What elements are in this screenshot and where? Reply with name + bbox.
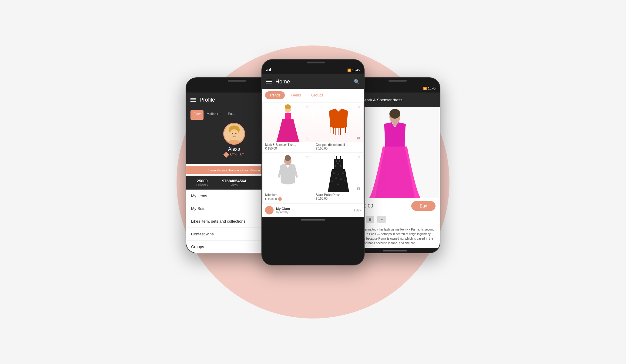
- svg-point-24: [333, 172, 335, 174]
- detail-dress-svg: [368, 107, 422, 198]
- svg-point-28: [340, 178, 342, 180]
- buy-button[interactable]: Buy: [411, 201, 436, 211]
- home-screen: Trends Feeds Groups: [262, 89, 364, 217]
- svg-point-31: [337, 184, 339, 185]
- group-time: 1 day: [354, 209, 361, 212]
- product-card-4[interactable]: ♡ ⊟ Black Polka Dress € 150.00: [313, 153, 363, 203]
- grid-icon-2[interactable]: ⊟: [366, 216, 374, 223]
- product-price-3: € 150.00: [265, 197, 277, 201]
- stat-followers: 25000 Followers: [186, 179, 218, 186]
- home-title: Home: [275, 79, 354, 85]
- search-icon[interactable]: 🔍: [354, 79, 360, 85]
- svg-point-35: [389, 109, 400, 119]
- product-info-4: Black Polka Dress € 150.00: [313, 192, 363, 202]
- svg-point-30: [344, 180, 345, 181]
- status-right-right: 📶 15:45: [423, 87, 436, 90]
- phone-bottom-center: [262, 217, 364, 223]
- share-icon[interactable]: ↗: [377, 216, 386, 223]
- svg-point-26: [342, 172, 344, 174]
- color-dot-3: [278, 197, 282, 201]
- views-label: Views: [218, 183, 250, 186]
- group-name: My Glam: [276, 207, 351, 211]
- product-color-3: € 150.00: [265, 197, 310, 201]
- status-bar-center: 📶 15:45: [262, 66, 364, 74]
- svg-point-23: [339, 165, 341, 167]
- product-info-1: Mark & Spenser T-sh... € 150.00: [263, 142, 313, 152]
- wifi-right: 📶: [423, 87, 427, 90]
- heart-btn-2[interactable]: ♡: [355, 104, 362, 111]
- group-avatar: [265, 206, 274, 214]
- top-svg-2: [325, 103, 352, 142]
- bookmark-btn-2[interactable]: ⊞: [355, 134, 362, 142]
- sweatshirt-svg-3: [274, 153, 301, 192]
- phone-home: 📶 15:45 Home 🔍 Trends Feeds Groups: [261, 59, 365, 265]
- heart-btn-1[interactable]: ♡: [304, 104, 311, 111]
- tab-trends[interactable]: Trends: [265, 91, 285, 99]
- avatar-svg: [224, 123, 244, 145]
- time-right: 15:45: [428, 87, 436, 90]
- avatar: [223, 123, 245, 145]
- svg-point-21: [337, 163, 338, 164]
- followers-value: 25000: [186, 179, 218, 183]
- camera-center: [262, 62, 265, 65]
- product-price-1: € 150.00: [265, 147, 310, 150]
- home-indicator-right: [383, 250, 407, 251]
- followers-label: Followers: [186, 183, 218, 186]
- product-card-1[interactable]: ♡ ⊞ Mark & Spenser T-sh... € 150.00: [263, 103, 313, 152]
- tab-flow[interactable]: Flow: [190, 110, 204, 120]
- svg-rect-33: [340, 156, 341, 159]
- status-left-center: [266, 68, 272, 72]
- svg-point-19: [335, 160, 337, 162]
- progress-text: Create 30 sets to become a Style Influen…: [207, 169, 261, 172]
- menu-icon-left[interactable]: [190, 98, 196, 102]
- home-tabs: Trends Feeds Groups: [262, 89, 364, 102]
- product-info-2: Cropped ribbed detail ... € 150.00: [313, 142, 363, 152]
- home-indicator-center: [301, 219, 325, 221]
- product-card-3[interactable]: ♡ Milenium € 150.00: [263, 153, 313, 203]
- heart-btn-4[interactable]: ♡: [355, 154, 362, 161]
- dress-svg-1: [276, 103, 300, 142]
- svg-point-25: [338, 174, 339, 175]
- heart-btn-3[interactable]: ♡: [304, 154, 311, 161]
- polka-svg-4: [326, 153, 351, 192]
- signal-center: [266, 68, 271, 71]
- svg-point-17: [285, 155, 291, 161]
- svg-point-4: [235, 133, 237, 134]
- svg-point-3: [232, 133, 233, 134]
- bookmark-btn-1[interactable]: ⊞: [305, 134, 311, 142]
- home-app-bar: Home 🔍: [262, 74, 364, 89]
- svg-rect-32: [336, 156, 337, 159]
- group-by: by Ammy: [276, 211, 351, 214]
- group-text: My Glam by Ammy: [276, 207, 351, 214]
- time-center: 15:45: [352, 69, 360, 72]
- product-info-3: Milenium € 150.00: [263, 192, 313, 203]
- svg-point-2: [230, 129, 238, 139]
- tab-feeds[interactable]: Feeds: [287, 91, 305, 99]
- svg-point-20: [338, 160, 340, 162]
- profile-name: Alexa: [228, 147, 240, 152]
- tab-mailbox[interactable]: Mailbox ·1: [204, 110, 225, 120]
- products-grid: ♡ ⊞ Mark & Spenser T-sh... € 150.00: [262, 102, 364, 203]
- tab-groups[interactable]: Groups: [307, 91, 327, 99]
- tab-posts[interactable]: Po...: [225, 110, 238, 120]
- group-notification[interactable]: My Glam by Ammy 1 day: [262, 203, 364, 217]
- svg-rect-36: [393, 122, 397, 126]
- svg-point-27: [335, 177, 337, 179]
- product-name-2: Cropped ribbed detail ...: [316, 143, 361, 147]
- svg-rect-8: [285, 113, 291, 119]
- speaker-center: [307, 62, 325, 63]
- menu-icon-center[interactable]: [266, 80, 272, 83]
- svg-point-29: [332, 180, 333, 182]
- status-right-center: 📶 15:45: [347, 69, 360, 72]
- camera-left: [186, 80, 189, 83]
- product-card-2[interactable]: ♡ ⊞ Cropped ribbed detail ... € 150.00: [313, 103, 363, 152]
- svg-point-22: [335, 165, 336, 167]
- stylist-badge: STYLIST: [224, 153, 244, 157]
- stylist-label: STYLIST: [230, 153, 244, 157]
- bookmark-btn-4[interactable]: ⊟: [355, 185, 362, 192]
- stat-views: 97684654564 Views: [218, 179, 250, 186]
- phones-container: ▾ 🔋 Profile Flow Mailbox ·1 Po...: [177, 53, 449, 311]
- svg-point-7: [285, 104, 291, 109]
- views-value: 97684654564: [218, 179, 250, 183]
- speaker-left: [228, 80, 246, 82]
